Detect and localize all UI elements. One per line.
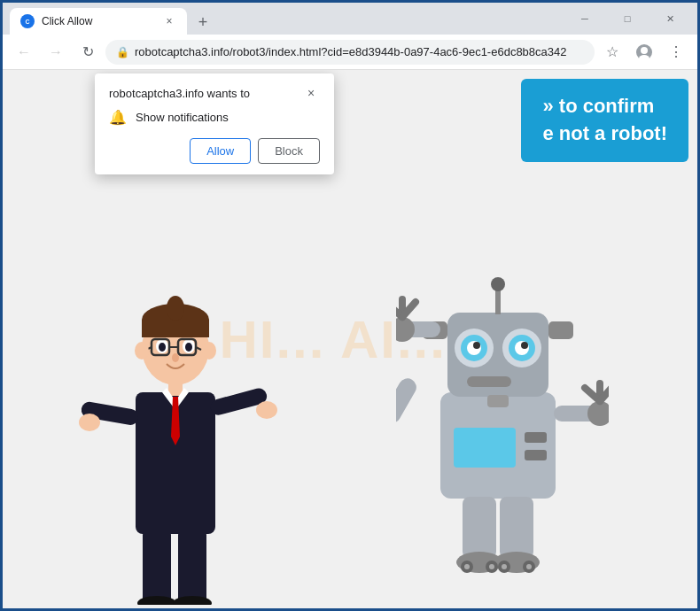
- svg-point-9: [167, 296, 184, 321]
- reload-button[interactable]: ↻: [74, 38, 102, 66]
- allow-button[interactable]: Allow: [190, 138, 251, 164]
- svg-point-21: [202, 342, 216, 360]
- close-button[interactable]: ✕: [649, 4, 690, 33]
- popup-notification-text: Show notifications: [136, 111, 229, 124]
- popup-buttons: Allow Block: [109, 138, 320, 164]
- captcha-banner: » to confirm e not a robot!: [521, 79, 688, 162]
- svg-rect-52: [396, 375, 420, 427]
- svg-rect-30: [178, 530, 206, 605]
- new-tab-button[interactable]: +: [191, 10, 215, 35]
- svg-point-71: [464, 564, 470, 569]
- bookmark-button[interactable]: ☆: [598, 38, 626, 66]
- svg-point-46: [473, 342, 480, 349]
- svg-point-39: [491, 277, 505, 291]
- address-bar[interactable]: 🔒 robotcaptcha3.info/robot3/index.html?c…: [105, 40, 595, 65]
- svg-point-13: [185, 343, 192, 352]
- navigation-bar: ← → ↻ 🔒 robotcaptcha3.info/robot3/index.…: [3, 35, 697, 70]
- svg-rect-8: [142, 320, 209, 337]
- svg-point-72: [489, 564, 494, 569]
- forward-button[interactable]: →: [42, 38, 70, 66]
- notification-popup: robotcaptcha3.info wants to × 🔔 Show not…: [95, 73, 334, 174]
- svg-point-28: [79, 414, 100, 431]
- svg-point-54: [396, 317, 415, 342]
- title-bar: C Click Allow × + ─ □ ✕: [3, 3, 697, 35]
- profile-button[interactable]: [630, 38, 658, 66]
- tab-favicon: C: [20, 14, 35, 28]
- url-text: robotcaptcha3.info/robot3/index.html?cid…: [135, 45, 584, 58]
- svg-rect-34: [454, 428, 516, 468]
- svg-rect-50: [548, 321, 573, 339]
- window-controls: ─ □ ✕: [564, 4, 690, 33]
- svg-point-74: [526, 564, 532, 569]
- svg-point-47: [521, 342, 528, 349]
- popup-title: robotcaptcha3.info wants to: [109, 87, 250, 100]
- svg-point-73: [502, 564, 507, 569]
- svg-rect-29: [143, 530, 171, 605]
- robot-illustration: [396, 233, 609, 608]
- svg-point-12: [159, 343, 166, 352]
- svg-point-19: [172, 353, 179, 362]
- svg-rect-51: [487, 395, 509, 407]
- svg-text:C: C: [25, 19, 29, 25]
- svg-rect-63: [463, 497, 496, 559]
- chrome-menu-button[interactable]: ⋮: [662, 38, 690, 66]
- svg-point-26: [256, 401, 277, 419]
- tab-close-button[interactable]: ×: [162, 14, 176, 28]
- tab-title: Click Allow: [42, 15, 155, 27]
- active-tab[interactable]: C Click Allow ×: [10, 8, 187, 35]
- popup-close-button[interactable]: ×: [302, 84, 320, 102]
- svg-rect-36: [525, 450, 547, 460]
- minimize-button[interactable]: ─: [564, 4, 605, 33]
- person-illustration: [74, 233, 277, 608]
- svg-rect-48: [467, 376, 511, 387]
- popup-notification-row: 🔔 Show notifications: [109, 109, 320, 126]
- block-button[interactable]: Block: [258, 138, 320, 164]
- svg-rect-35: [525, 432, 547, 443]
- back-button[interactable]: ←: [10, 38, 38, 66]
- banner-line2: e not a robot!: [542, 120, 667, 148]
- maximize-button[interactable]: □: [607, 4, 648, 33]
- lock-icon: 🔒: [116, 46, 129, 58]
- banner-line1: » to confirm: [542, 93, 667, 120]
- chrome-window: C Click Allow × + ─ □ ✕ ← → ↻ 🔒 robotcap…: [3, 3, 697, 608]
- svg-point-59: [587, 401, 609, 426]
- svg-point-3: [641, 47, 648, 54]
- bell-icon: 🔔: [109, 109, 127, 126]
- svg-point-20: [135, 342, 149, 360]
- page-content: HI... AI...? » to confirm e not a robot!…: [3, 70, 697, 608]
- svg-rect-64: [500, 497, 533, 559]
- tab-bar: C Click Allow × +: [10, 3, 561, 35]
- popup-header: robotcaptcha3.info wants to ×: [109, 84, 320, 102]
